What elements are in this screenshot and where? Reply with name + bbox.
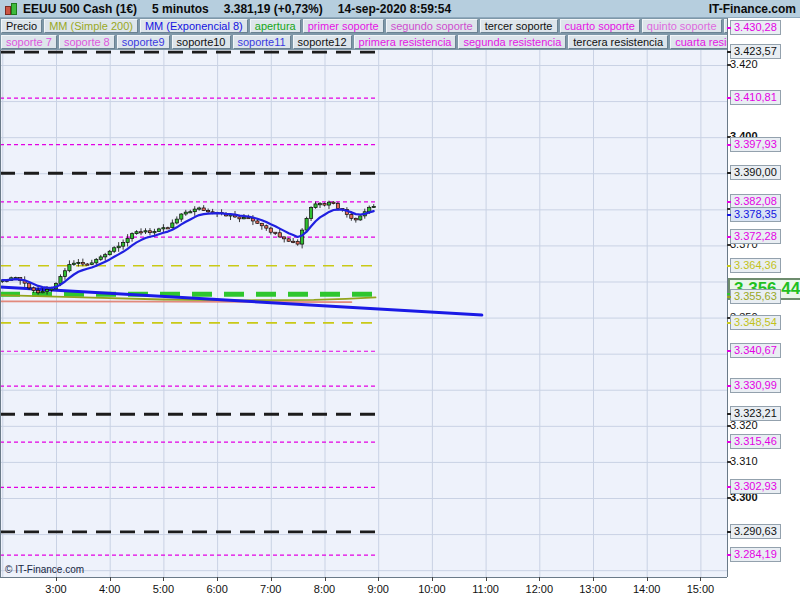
legend-item[interactable]: MM (Simple 200) xyxy=(44,19,138,33)
legend-item[interactable]: apertura xyxy=(250,19,301,33)
instrument-name: EEUU 500 Cash (1€) xyxy=(23,2,137,16)
candlestick-chart-icon xyxy=(4,2,18,15)
timeframe-label: 5 minutos xyxy=(152,2,209,16)
quote-datetime: 14-sep-2020 8:59:54 xyxy=(338,2,451,16)
legend-item[interactable]: segundo soporte xyxy=(386,19,478,33)
legend-item[interactable]: primera resistencia xyxy=(354,35,457,49)
legend-item[interactable]: Precio xyxy=(1,19,42,33)
legend-item[interactable]: tercer soporte xyxy=(480,19,558,33)
legend-item[interactable]: soporte10 xyxy=(172,35,231,49)
legend-item[interactable]: soporte9 xyxy=(117,35,170,49)
legend-item[interactable]: tercera resistencia xyxy=(568,35,668,49)
legend-item[interactable]: primer soporte xyxy=(303,19,384,33)
legend-item[interactable]: cuarto soporte xyxy=(560,19,640,33)
legend-item[interactable]: soporte12 xyxy=(293,35,352,49)
legend-item[interactable]: quinto soporte xyxy=(642,19,722,33)
copyright-watermark: © IT-Finance.com xyxy=(5,564,84,575)
chart-canvas[interactable] xyxy=(0,0,800,600)
legend-row-2: soporte 7soporte 8soporte9soporte10sopor… xyxy=(0,34,727,50)
legend-item[interactable]: MM (Exponencial 8) xyxy=(140,19,248,33)
legend-row-1: PrecioMM (Simple 200)MM (Exponencial 8)a… xyxy=(0,18,727,34)
legend-item[interactable]: soporte 8 xyxy=(59,35,115,49)
legend-item[interactable]: sexto soporte xyxy=(724,19,727,33)
brand-label: IT-Finance.com xyxy=(709,2,800,16)
legend-item[interactable]: soporte 7 xyxy=(1,35,57,49)
legend-item[interactable]: soporte11 xyxy=(233,35,291,49)
last-price-and-change: 3.381,19 (+0,73%) xyxy=(224,2,323,16)
legend-item[interactable]: segunda resistencia xyxy=(458,35,566,49)
title-bar: EEUU 500 Cash (1€) 5 minutos 3.381,19 (+… xyxy=(0,0,800,18)
legend-item[interactable]: cuarta resistencia xyxy=(670,35,727,49)
